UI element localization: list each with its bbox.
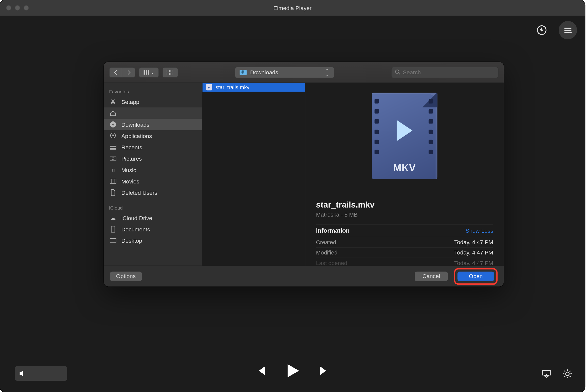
sidebar-item-label: Documents — [121, 226, 150, 232]
open-button[interactable]: Open — [458, 271, 494, 281]
home-icon — [109, 110, 117, 117]
options-button[interactable]: Options — [110, 271, 142, 281]
info-value: Today, 4:47 PM — [454, 260, 493, 266]
applications-icon: Ⓐ — [109, 132, 117, 139]
svg-rect-12 — [110, 149, 116, 149]
sidebar-item-music[interactable]: ♫Music — [104, 164, 202, 175]
info-row: ModifiedToday, 4:47 PM — [316, 248, 493, 258]
sidebar-item-recents[interactable]: Recents — [104, 142, 202, 153]
download-button[interactable] — [533, 21, 551, 39]
sidebar-item-label: Setapp — [121, 98, 139, 105]
info-title: Information — [316, 227, 350, 234]
info-key: Last opened — [316, 260, 347, 266]
svg-rect-10 — [110, 145, 116, 146]
sidebar-item-movies[interactable]: Movies — [104, 175, 202, 187]
svg-rect-6 — [167, 73, 169, 75]
play-icon — [284, 362, 301, 379]
video-file-icon — [206, 84, 212, 90]
info-key: Created — [316, 239, 336, 245]
svg-rect-5 — [170, 70, 173, 72]
forward-button[interactable] — [122, 67, 135, 78]
top-right-icons — [533, 21, 577, 39]
sidebar-item-documents[interactable]: Documents — [104, 224, 202, 235]
sidebar-item-downloads[interactable]: Downloads — [104, 119, 202, 130]
updown-chevron-icon: ⌃⌄ — [324, 69, 330, 76]
file-column: star_trails.mkv — [202, 83, 306, 266]
titlebar: Elmedia Player — [0, 0, 585, 16]
play-button[interactable] — [284, 362, 301, 381]
zoom-window-button[interactable] — [24, 5, 29, 11]
folder-icon — [109, 189, 117, 196]
view-mode-button[interactable]: ⌄ — [139, 67, 159, 78]
open-file-dialog: ⌄ Downloads ⌃⌄ Favorites ⌘Setapp — [104, 62, 504, 286]
location-popup[interactable]: Downloads ⌃⌄ — [235, 67, 334, 78]
music-icon: ♫ — [109, 166, 117, 173]
playlist-button[interactable] — [559, 21, 577, 39]
search-icon — [395, 70, 400, 75]
svg-rect-2 — [145, 70, 147, 74]
pictures-icon — [109, 155, 117, 162]
sidebar-item-pictures[interactable]: Pictures — [104, 153, 202, 164]
sidebar-item-desktop[interactable]: Desktop — [104, 235, 202, 246]
file-row[interactable]: star_trails.mkv — [202, 83, 305, 92]
dialog-footer: Options Cancel Open — [104, 266, 504, 287]
chevron-left-icon — [113, 70, 118, 75]
search-field[interactable] — [391, 67, 498, 78]
info-key: Modified — [316, 249, 338, 256]
preview-filename: star_trails.mkv — [316, 200, 493, 210]
previous-button[interactable] — [254, 365, 267, 379]
bottom-right-icons — [541, 369, 573, 381]
back-button[interactable] — [109, 67, 122, 78]
svg-point-17 — [566, 372, 569, 375]
next-icon — [318, 365, 330, 377]
app-title: Elmedia Player — [273, 5, 312, 11]
sidebar-heading-icloud: iCloud — [104, 203, 202, 212]
icloud-icon: ☁ — [109, 214, 117, 221]
options-label: Options — [116, 273, 136, 280]
sidebar-item-label: iCloud Drive — [121, 215, 152, 221]
sidebar-item-label: Deleted Users — [121, 189, 157, 196]
next-button[interactable] — [318, 365, 330, 379]
svg-rect-4 — [167, 70, 169, 72]
close-window-button[interactable] — [6, 5, 11, 11]
info-header: Information Show Less — [316, 224, 493, 237]
preview-pane: MKV star_trails.mkv Matroska - 5 MB Info… — [306, 83, 504, 266]
downloads-folder-icon — [240, 70, 247, 75]
group-icon — [167, 70, 174, 75]
show-less-link[interactable]: Show Less — [466, 227, 493, 234]
svg-rect-3 — [148, 70, 149, 74]
movies-icon — [109, 178, 117, 185]
open-label: Open — [469, 273, 483, 280]
sidebar-item-label: Desktop — [121, 237, 142, 244]
sidebar-item-applications[interactable]: ⒶApplications — [104, 130, 202, 142]
mkv-file-icon: MKV — [372, 93, 437, 179]
sidebar-item-home[interactable] — [104, 107, 202, 119]
recents-icon — [109, 144, 117, 151]
group-button[interactable] — [162, 67, 178, 78]
minimize-window-button[interactable] — [15, 5, 20, 11]
file-badge: MKV — [372, 162, 437, 174]
svg-rect-11 — [110, 147, 116, 148]
airplay-icon — [541, 369, 552, 378]
gear-icon — [562, 369, 573, 379]
search-input[interactable] — [403, 69, 494, 76]
sidebar: Favorites ⌘Setapp Downloads ⒶApplication… — [104, 83, 202, 266]
cancel-button[interactable]: Cancel — [415, 271, 448, 281]
player-controls — [0, 362, 585, 381]
download-circle-icon — [536, 25, 547, 35]
columns-icon — [143, 70, 150, 75]
preview-subtitle: Matroska - 5 MB — [316, 211, 493, 218]
sidebar-item-icloud-drive[interactable]: ☁iCloud Drive — [104, 212, 202, 224]
sidebar-item-label: Recents — [121, 144, 142, 150]
chevron-right-icon — [126, 70, 131, 75]
airplay-button[interactable] — [541, 369, 552, 380]
setapp-icon: ⌘ — [109, 98, 117, 105]
app-window: Elmedia Player ⌄ Downloa — [0, 0, 585, 392]
sidebar-item-deleted-users[interactable]: Deleted Users — [104, 187, 202, 198]
svg-point-8 — [395, 70, 399, 73]
settings-button[interactable] — [562, 369, 573, 381]
svg-rect-15 — [110, 179, 116, 183]
svg-rect-7 — [170, 73, 173, 75]
svg-rect-16 — [110, 238, 116, 242]
sidebar-item-setapp[interactable]: ⌘Setapp — [104, 96, 202, 107]
